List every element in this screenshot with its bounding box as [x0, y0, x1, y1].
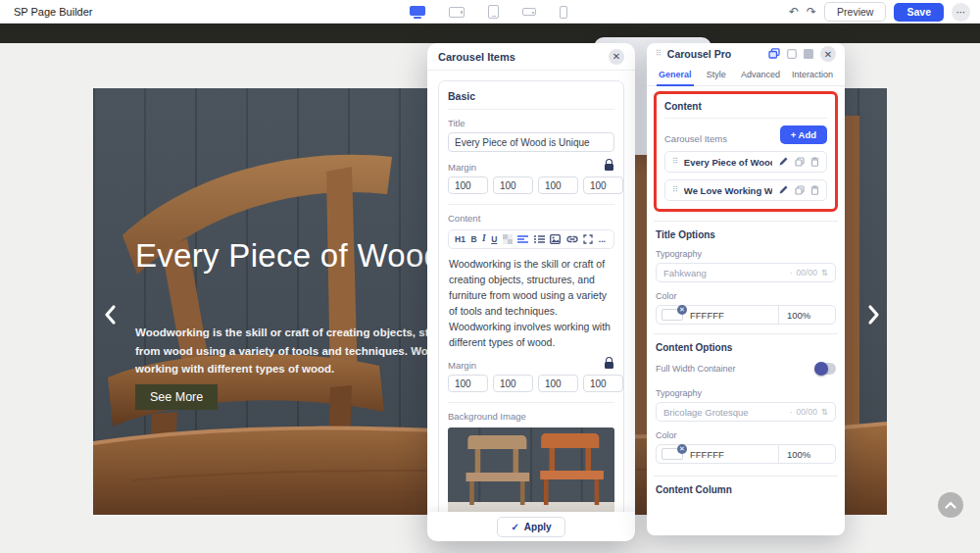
duplicate-icon[interactable]	[795, 181, 805, 199]
full-width-toggle[interactable]	[814, 363, 836, 375]
basic-section-header: Basic	[448, 90, 614, 110]
background-image-label: Background Image	[448, 411, 614, 422]
margin-input[interactable]	[583, 176, 623, 194]
modal-title: Carousel Items	[438, 51, 515, 63]
margin-input[interactable]	[538, 176, 578, 194]
title-typography-field[interactable]: Fahkwang · 00/00 ⇅	[656, 263, 836, 282]
device-phone-portrait-icon[interactable]	[560, 6, 567, 19]
panel-close-icon[interactable]: ✕	[820, 46, 836, 62]
duplicate-addon-icon[interactable]	[768, 45, 780, 63]
tab-style[interactable]: Style	[698, 65, 735, 85]
drag-handle-icon[interactable]: ⠿	[672, 186, 678, 194]
carousel-item-row[interactable]: ⠿ Every Piece of Wood i...	[664, 151, 827, 173]
opacity-value[interactable]: 100%	[778, 306, 835, 324]
content-color-field[interactable]: ✕ FFFFFF 100%	[656, 444, 836, 464]
scroll-to-top-button[interactable]	[938, 492, 963, 518]
tab-general[interactable]: General	[653, 65, 698, 85]
color-swatch[interactable]: ✕	[662, 448, 683, 460]
add-item-button[interactable]: + Add	[780, 126, 827, 144]
insert-image-icon[interactable]	[550, 234, 561, 244]
sort-icon[interactable]: ⇅	[821, 268, 828, 277]
template-header-bar	[0, 24, 980, 43]
heading-icon[interactable]: H1	[455, 235, 466, 244]
bold-icon[interactable]: B	[470, 235, 476, 244]
color-label: Color	[656, 430, 836, 440]
title-input[interactable]	[448, 132, 614, 152]
toolbar-more-icon[interactable]: ...	[599, 235, 606, 244]
margin-input[interactable]	[493, 375, 533, 392]
title-color-field[interactable]: ✕ FFFFFF 100%	[656, 305, 836, 325]
color-swatch[interactable]: ✕	[662, 309, 683, 321]
content-textarea[interactable]: Woodworking is the skill or craft of cre…	[448, 256, 614, 350]
preview-button[interactable]: Preview	[824, 2, 886, 22]
content-column-header: Content Column	[656, 484, 836, 495]
carousel-items-modal: Carousel Items ✕ Basic Title Margin Cont…	[427, 43, 635, 541]
opacity-value[interactable]: 100%	[778, 445, 835, 463]
carousel-pro-panel: ⠿ Carousel Pro ✕ General Style Advanced …	[647, 43, 845, 535]
margin-label: Margin	[448, 360, 476, 371]
save-button[interactable]: Save	[894, 3, 944, 22]
delete-icon[interactable]	[810, 153, 819, 171]
apply-button[interactable]: ✓ Apply	[497, 517, 564, 537]
content-options-header: Content Options	[656, 342, 836, 353]
link-icon[interactable]	[566, 234, 578, 244]
device-tablet-landscape-icon[interactable]	[449, 7, 465, 18]
device-desktop-icon[interactable]	[410, 6, 425, 19]
color-label: Color	[656, 291, 836, 301]
underline-icon[interactable]: U	[491, 235, 497, 244]
dock-right-icon[interactable]	[804, 45, 813, 63]
title-field-label: Title	[448, 118, 614, 128]
edit-icon[interactable]	[778, 153, 789, 171]
check-icon: ✓	[511, 522, 518, 532]
redo-icon[interactable]: ↷	[807, 6, 816, 18]
carousel-prev-icon[interactable]	[101, 302, 122, 327]
undo-icon[interactable]: ↶	[789, 6, 799, 18]
full-width-label: Full Width Container	[656, 364, 736, 374]
title-options-header: Title Options	[656, 229, 836, 240]
align-left-icon[interactable]	[517, 234, 528, 244]
responsive-device-switcher	[410, 0, 567, 24]
carousel-next-icon[interactable]	[863, 302, 885, 327]
lock-icon[interactable]	[605, 164, 613, 171]
highlighted-content-section: Content Carousel Items + Add ⠿ Every Pie…	[654, 91, 838, 212]
margin-input[interactable]	[583, 375, 623, 392]
clear-color-icon[interactable]: ✕	[677, 444, 687, 454]
margin-input[interactable]	[493, 176, 533, 194]
clear-color-icon[interactable]: ✕	[677, 305, 687, 315]
sort-icon[interactable]: ⇅	[821, 407, 828, 417]
device-phone-landscape-icon[interactable]	[522, 8, 536, 16]
content-section-header: Content	[664, 101, 827, 112]
lock-icon[interactable]	[605, 362, 613, 369]
carousel-item-row[interactable]: ⠿ We Love Working Wit...	[664, 179, 827, 201]
margin-input[interactable]	[448, 375, 488, 392]
edit-icon[interactable]	[778, 181, 789, 199]
duplicate-icon[interactable]	[795, 153, 805, 171]
app-title: SP Page Builder	[14, 6, 93, 18]
margin-input[interactable]	[448, 176, 488, 194]
drag-handle-icon[interactable]: ⠿	[656, 50, 662, 58]
margin-inputs	[448, 176, 614, 194]
device-tablet-portrait-icon[interactable]	[488, 5, 499, 19]
separator-dot: ·	[790, 268, 793, 277]
tab-advanced[interactable]: Advanced	[735, 65, 786, 85]
margin-inputs	[448, 375, 614, 392]
background-image-thumbnail[interactable]	[448, 427, 614, 518]
highlight-color-icon[interactable]	[503, 234, 513, 244]
margin-input[interactable]	[538, 375, 578, 392]
fullscreen-icon[interactable]	[583, 234, 593, 244]
more-options-button[interactable]: ⋯	[952, 3, 970, 22]
list-icon[interactable]	[534, 234, 545, 244]
typography-label: Typography	[656, 249, 836, 259]
carousel-items-label: Carousel Items	[664, 133, 727, 144]
see-more-button[interactable]: See More	[135, 384, 218, 410]
dock-left-icon[interactable]	[787, 45, 797, 63]
separator-dot: ·	[790, 407, 793, 417]
drag-handle-icon[interactable]: ⠿	[672, 158, 678, 166]
italic-icon[interactable]: I	[482, 234, 486, 244]
content-field-label: Content	[448, 213, 614, 224]
panel-tabs: General Style Advanced Interaction	[647, 65, 845, 86]
tab-interaction[interactable]: Interaction	[786, 65, 839, 85]
modal-close-icon[interactable]: ✕	[609, 49, 624, 65]
content-typography-field[interactable]: Bricolage Grotesque · 00/00 ⇅	[656, 402, 836, 422]
delete-icon[interactable]	[810, 181, 819, 199]
